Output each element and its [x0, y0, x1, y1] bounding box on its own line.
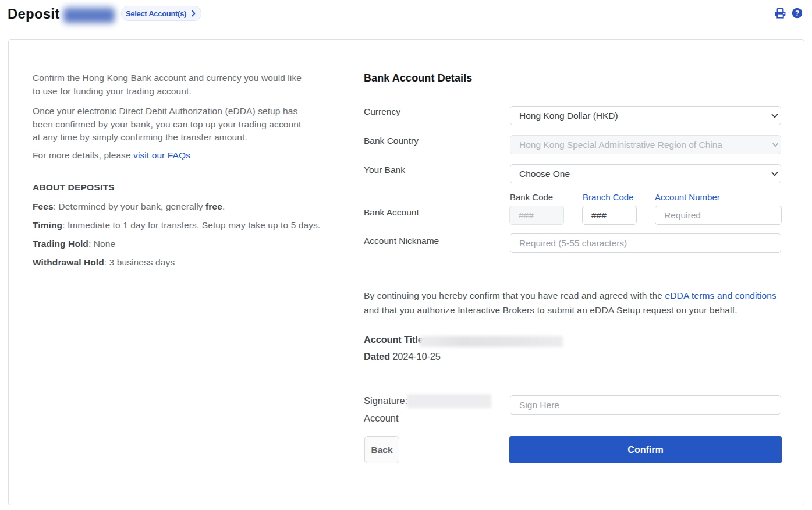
svg-text:?: ?	[795, 9, 799, 17]
